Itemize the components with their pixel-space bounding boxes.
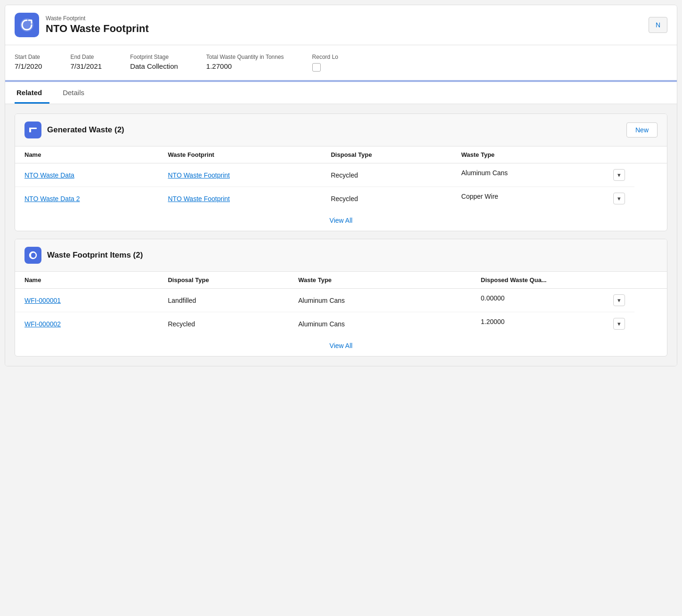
waste-footprint-items-title: Waste Footprint Items (2) <box>47 251 143 260</box>
total-waste-label: Total Waste Quantity in Tonnes <box>206 54 284 60</box>
generated-waste-name-link-0[interactable]: NTO Waste Data <box>24 171 74 179</box>
col-header-waste-type: Waste Type <box>452 146 634 163</box>
table-row: WFI-000002 Recycled Aluminum Cans 1.2000… <box>15 312 667 336</box>
wfi-name-link-0[interactable]: WFI-000001 <box>24 297 61 304</box>
wfi-disposal-0: Landfilled <box>158 289 289 312</box>
generated-waste-disposal-1: Recycled <box>321 187 452 211</box>
table-row: NTO Waste Data 2 NTO Waste Footprint Rec… <box>15 187 667 211</box>
waste-footprint-items-table: Name Disposal Type Waste Type Disposed W… <box>15 272 667 335</box>
generated-waste-header-row: Name Waste Footprint Disposal Type Waste… <box>15 146 667 163</box>
wfi-disposal-1: Recycled <box>158 312 289 336</box>
meta-bar: Start Date 7/1/2020 End Date 7/31/2021 F… <box>5 45 677 82</box>
col-header-wfi-name: Name <box>15 272 158 289</box>
generated-waste-header: Generated Waste (2) New <box>15 114 667 146</box>
generated-waste-title: Generated Waste (2) <box>47 125 124 135</box>
col-header-waste-footprint: Waste Footprint <box>158 146 321 163</box>
start-date-label: Start Date <box>15 54 42 60</box>
col-header-wfi-action <box>634 272 667 289</box>
header-title-group: Waste Footprint NTO Waste Footprint <box>46 15 149 35</box>
record-lock-label: Record Lo <box>312 54 338 60</box>
header-subtitle: Waste Footprint <box>46 15 149 22</box>
generated-waste-disposal-0: Recycled <box>321 163 452 187</box>
tabs-bar: Related Details <box>5 82 677 104</box>
start-date-field: Start Date 7/1/2020 <box>15 54 42 70</box>
generated-waste-fp-link-1[interactable]: NTO Waste Footprint <box>168 195 229 203</box>
waste-footprint-items-header-row: Name Disposal Type Waste Type Disposed W… <box>15 272 667 289</box>
col-header-wfi-waste-type: Waste Type <box>289 272 471 289</box>
waste-footprint-items-header: Waste Footprint Items (2) <box>15 239 667 272</box>
wfi-waste-type-1: Aluminum Cans <box>289 312 471 336</box>
generated-waste-view-all-row: View All <box>15 210 667 231</box>
end-date-field: End Date 7/31/2021 <box>70 54 102 70</box>
header: Waste Footprint NTO Waste Footprint N <box>5 5 677 45</box>
page-wrapper: Waste Footprint NTO Waste Footprint N St… <box>5 5 677 366</box>
record-lock-field: Record Lo <box>312 54 338 72</box>
generated-waste-section: Generated Waste (2) New Name Waste Footp… <box>15 113 667 231</box>
waste-footprint-items-view-all-table: View All <box>15 335 667 356</box>
start-date-value: 7/1/2020 <box>15 62 42 70</box>
col-header-action <box>634 146 667 163</box>
header-right: N <box>649 17 667 33</box>
wfi-name-link-1[interactable]: WFI-000002 <box>24 320 61 328</box>
generated-waste-dropdown-1[interactable]: ▾ <box>613 193 625 204</box>
generated-waste-name-link-1[interactable]: NTO Waste Data 2 <box>24 195 80 203</box>
record-lo-button[interactable]: N <box>649 17 667 33</box>
col-header-wfi-disposed: Disposed Waste Qua... <box>471 272 634 289</box>
table-row: WFI-000001 Landfilled Aluminum Cans 0.00… <box>15 289 667 312</box>
generated-waste-dropdown-0[interactable]: ▾ <box>613 169 625 181</box>
wfi-waste-type-0: Aluminum Cans <box>289 289 471 312</box>
total-waste-value: 1.27000 <box>206 62 284 70</box>
footprint-stage-label: Footprint Stage <box>130 54 178 60</box>
waste-footprint-items-header-left: Waste Footprint Items (2) <box>24 247 143 264</box>
footprint-stage-value: Data Collection <box>130 62 178 70</box>
generated-waste-icon <box>24 122 41 138</box>
wfi-view-all-row: View All <box>15 335 667 356</box>
wfi-dropdown-1[interactable]: ▾ <box>613 318 625 330</box>
generated-waste-view-all-link[interactable]: View All <box>330 217 353 224</box>
app-icon <box>15 13 39 37</box>
waste-footprint-items-icon <box>24 247 41 264</box>
col-header-wfi-disposal: Disposal Type <box>158 272 289 289</box>
tab-related[interactable]: Related <box>15 82 49 104</box>
table-row: NTO Waste Data NTO Waste Footprint Recyc… <box>15 163 667 187</box>
col-header-name: Name <box>15 146 158 163</box>
wfi-dropdown-0[interactable]: ▾ <box>613 294 625 306</box>
wfi-view-all-link[interactable]: View All <box>330 342 353 349</box>
header-title: NTO Waste Footprint <box>46 23 149 35</box>
generated-waste-header-left: Generated Waste (2) <box>24 122 124 138</box>
total-waste-field: Total Waste Quantity in Tonnes 1.27000 <box>206 54 284 70</box>
generated-waste-fp-link-0[interactable]: NTO Waste Footprint <box>168 171 229 179</box>
end-date-value: 7/31/2021 <box>70 62 102 70</box>
content-area: Generated Waste (2) New Name Waste Footp… <box>5 104 677 366</box>
generated-waste-view-all-table: View All <box>15 210 667 231</box>
tab-details[interactable]: Details <box>61 82 92 104</box>
record-lock-checkbox[interactable] <box>312 63 321 72</box>
svg-rect-2 <box>29 128 31 132</box>
waste-footprint-items-section: Waste Footprint Items (2) Name Disposal … <box>15 239 667 357</box>
footprint-stage-field: Footprint Stage Data Collection <box>130 54 178 70</box>
col-header-disposal-type: Disposal Type <box>321 146 452 163</box>
header-left: Waste Footprint NTO Waste Footprint <box>15 13 149 37</box>
generated-waste-table: Name Waste Footprint Disposal Type Waste… <box>15 146 667 210</box>
end-date-label: End Date <box>70 54 102 60</box>
generated-waste-new-button[interactable]: New <box>626 122 658 138</box>
